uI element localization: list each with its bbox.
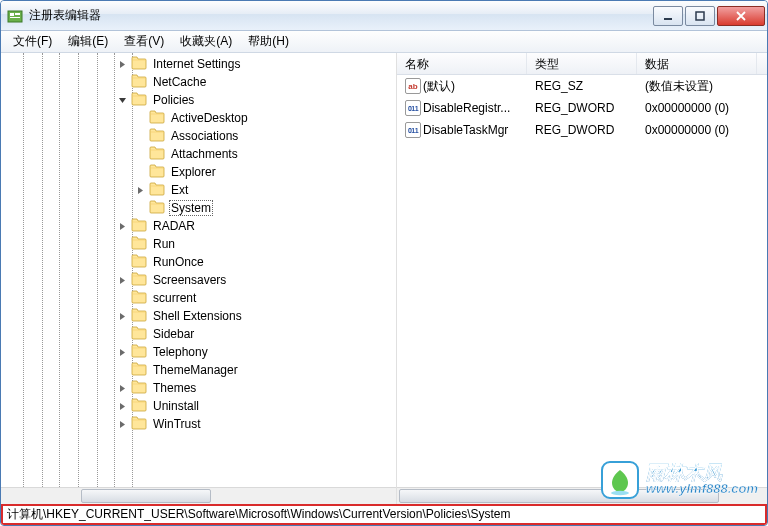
value-data: (数值未设置) bbox=[637, 78, 757, 95]
value-type: REG_SZ bbox=[527, 79, 637, 93]
folder-icon bbox=[131, 56, 151, 73]
tree-item-label: NetCache bbox=[151, 74, 208, 90]
folder-icon bbox=[131, 290, 151, 307]
svg-rect-4 bbox=[664, 18, 672, 20]
column-header-name[interactable]: 名称 bbox=[397, 53, 527, 74]
expand-placeholder bbox=[117, 239, 128, 250]
content-area: Internet SettingsNetCachePoliciesActiveD… bbox=[1, 53, 767, 504]
window-title: 注册表编辑器 bbox=[29, 7, 653, 24]
minimize-button[interactable] bbox=[653, 6, 683, 26]
tree-item-label: Ext bbox=[169, 182, 190, 198]
maximize-button[interactable] bbox=[685, 6, 715, 26]
list-row[interactable]: 011DisableTaskMgrREG_DWORD0x00000000 (0) bbox=[397, 119, 767, 141]
value-data: 0x00000000 (0) bbox=[637, 123, 757, 137]
tree-item[interactable]: Ext bbox=[1, 181, 396, 199]
tree-item[interactable]: Themes bbox=[1, 379, 396, 397]
tree-item[interactable]: Explorer bbox=[1, 163, 396, 181]
tree-item[interactable]: Policies bbox=[1, 91, 396, 109]
value-name: DisableRegistr... bbox=[423, 101, 510, 115]
expand-icon[interactable] bbox=[117, 221, 128, 232]
list-hscrollbar[interactable] bbox=[397, 487, 767, 504]
expand-icon[interactable] bbox=[135, 185, 146, 196]
close-button[interactable] bbox=[717, 6, 765, 26]
tree-hscrollbar[interactable] bbox=[1, 487, 396, 504]
tree-item-label: Policies bbox=[151, 92, 196, 108]
tree-item-label: Associations bbox=[169, 128, 240, 144]
folder-icon bbox=[149, 146, 169, 163]
expand-placeholder bbox=[117, 257, 128, 268]
tree-item[interactable]: Screensavers bbox=[1, 271, 396, 289]
menu-edit[interactable]: 编辑(E) bbox=[62, 31, 114, 52]
expand-icon[interactable] bbox=[117, 419, 128, 430]
expand-icon[interactable] bbox=[117, 347, 128, 358]
menu-help[interactable]: 帮助(H) bbox=[242, 31, 295, 52]
tree-item-label: RADAR bbox=[151, 218, 197, 234]
tree-item-label: Telephony bbox=[151, 344, 210, 360]
dword-value-icon: 011 bbox=[405, 100, 421, 116]
tree-item[interactable]: Sidebar bbox=[1, 325, 396, 343]
expand-placeholder bbox=[135, 167, 146, 178]
tree-item[interactable]: Run bbox=[1, 235, 396, 253]
tree-item[interactable]: Attachments bbox=[1, 145, 396, 163]
expand-icon[interactable] bbox=[117, 383, 128, 394]
tree-item-label: ActiveDesktop bbox=[169, 110, 250, 126]
expand-placeholder bbox=[117, 293, 128, 304]
value-name: (默认) bbox=[423, 78, 455, 95]
tree-item[interactable]: ActiveDesktop bbox=[1, 109, 396, 127]
tree-item-label: WinTrust bbox=[151, 416, 203, 432]
tree-item[interactable]: RADAR bbox=[1, 217, 396, 235]
expand-icon[interactable] bbox=[117, 59, 128, 70]
menu-favorites[interactable]: 收藏夹(A) bbox=[174, 31, 238, 52]
list-row[interactable]: ab(默认)REG_SZ(数值未设置) bbox=[397, 75, 767, 97]
list-body[interactable]: ab(默认)REG_SZ(数值未设置)011DisableRegistr...R… bbox=[397, 75, 767, 487]
tree-item[interactable]: Uninstall bbox=[1, 397, 396, 415]
expand-icon[interactable] bbox=[117, 311, 128, 322]
string-value-icon: ab bbox=[405, 78, 421, 94]
expand-icon[interactable] bbox=[117, 401, 128, 412]
tree-item[interactable]: Internet Settings bbox=[1, 55, 396, 73]
tree-item[interactable]: Shell Extensions bbox=[1, 307, 396, 325]
tree-item[interactable]: Telephony bbox=[1, 343, 396, 361]
folder-icon bbox=[131, 398, 151, 415]
list-hscroll-thumb[interactable] bbox=[399, 489, 719, 503]
tree-item-label: Shell Extensions bbox=[151, 308, 244, 324]
expand-icon[interactable] bbox=[117, 275, 128, 286]
menubar: 文件(F) 编辑(E) 查看(V) 收藏夹(A) 帮助(H) bbox=[1, 31, 767, 53]
folder-icon bbox=[149, 164, 169, 181]
tree-item[interactable]: ThemeManager bbox=[1, 361, 396, 379]
expand-placeholder bbox=[135, 113, 146, 124]
tree-item[interactable]: RunOnce bbox=[1, 253, 396, 271]
app-icon bbox=[7, 8, 23, 24]
list-row[interactable]: 011DisableRegistr...REG_DWORD0x00000000 … bbox=[397, 97, 767, 119]
folder-icon bbox=[131, 74, 151, 91]
column-header-type[interactable]: 类型 bbox=[527, 53, 637, 74]
folder-icon bbox=[131, 380, 151, 397]
tree-item-label: Themes bbox=[151, 380, 198, 396]
titlebar[interactable]: 注册表编辑器 bbox=[1, 1, 767, 31]
value-data: 0x00000000 (0) bbox=[637, 101, 757, 115]
folder-icon bbox=[131, 362, 151, 379]
tree-item[interactable]: Associations bbox=[1, 127, 396, 145]
expand-placeholder bbox=[117, 329, 128, 340]
collapse-icon[interactable] bbox=[117, 95, 128, 106]
tree-item[interactable]: scurrent bbox=[1, 289, 396, 307]
tree-hscroll-thumb[interactable] bbox=[81, 489, 211, 503]
tree-item-label: RunOnce bbox=[151, 254, 206, 270]
column-header-data[interactable]: 数据 bbox=[637, 53, 757, 74]
statusbar: 计算机\HKEY_CURRENT_USER\Software\Microsoft… bbox=[1, 504, 767, 525]
tree-item[interactable]: System bbox=[1, 199, 396, 217]
folder-icon bbox=[149, 128, 169, 145]
tree-item[interactable]: WinTrust bbox=[1, 415, 396, 433]
folder-icon bbox=[131, 308, 151, 325]
registry-editor-window: 注册表编辑器 文件(F) 编辑(E) 查看(V) 收藏夹(A) 帮助(H) In… bbox=[0, 0, 768, 526]
menu-file[interactable]: 文件(F) bbox=[7, 31, 58, 52]
tree-item-label: System bbox=[169, 200, 213, 216]
tree-item-label: scurrent bbox=[151, 290, 198, 306]
folder-icon bbox=[131, 272, 151, 289]
expand-placeholder bbox=[135, 203, 146, 214]
value-type: REG_DWORD bbox=[527, 101, 637, 115]
menu-view[interactable]: 查看(V) bbox=[118, 31, 170, 52]
tree-scroll[interactable]: Internet SettingsNetCachePoliciesActiveD… bbox=[1, 53, 396, 487]
svg-rect-3 bbox=[10, 17, 20, 18]
tree-item[interactable]: NetCache bbox=[1, 73, 396, 91]
